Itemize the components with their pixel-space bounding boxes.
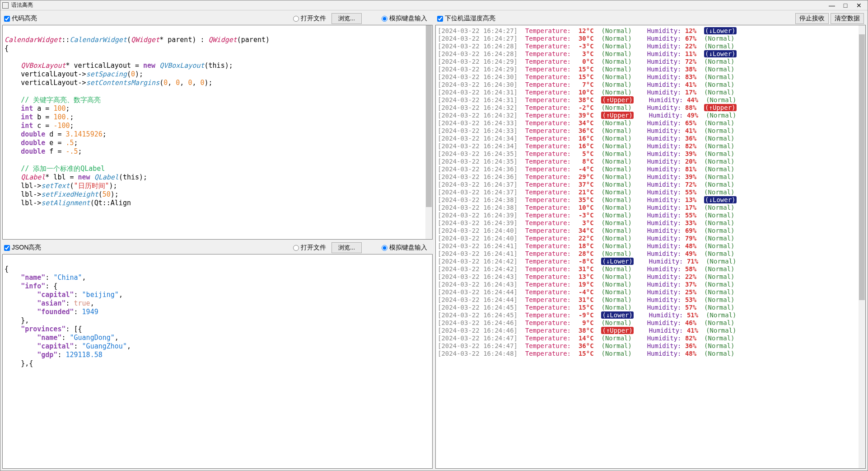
clear-data-button[interactable]: 清空数据 (831, 13, 864, 24)
json-simulate-radio[interactable]: 模拟键盘输入 (382, 244, 427, 252)
stop-receive-button[interactable]: 停止接收 (795, 13, 829, 24)
log-viewer[interactable]: [2024-03-22 16:24:27] Temperature: 12°C … (435, 25, 866, 469)
minimize-button[interactable]: — (825, 1, 839, 10)
log-scrollbar[interactable] (859, 25, 865, 468)
code-open-file-radio[interactable]: 打开文件 (293, 14, 326, 23)
titlebar: 语法高亮 — □ ✕ (0, 0, 868, 10)
main-window: 语法高亮 — □ ✕ 代码高亮 打开文件 浏览... 模拟键盘输入 (0, 0, 868, 471)
app-icon (2, 2, 9, 9)
code-panel-header: 代码高亮 打开文件 浏览... 模拟键盘输入 (2, 12, 433, 25)
log-highlight-checkbox[interactable]: 下位机温湿度高亮 (437, 14, 495, 23)
code-simulate-radio[interactable]: 模拟键盘输入 (382, 14, 427, 23)
json-editor[interactable]: { "name": "China", "info": { "capital": … (2, 254, 433, 469)
json-panel-header: JSON高亮 打开文件 浏览... 模拟键盘输入 (2, 241, 433, 254)
json-browse-button[interactable]: 浏览... (331, 242, 362, 253)
json-highlight-checkbox[interactable]: JSON高亮 (4, 244, 41, 252)
close-button[interactable]: ✕ (852, 1, 866, 10)
code-scrollbar[interactable] (425, 25, 432, 239)
maximize-button[interactable]: □ (839, 1, 852, 10)
code-browse-button[interactable]: 浏览... (331, 13, 362, 24)
log-panel-header: 下位机温湿度高亮 停止接收 清空数据 (435, 12, 866, 25)
code-highlight-checkbox[interactable]: 代码高亮 (4, 14, 37, 23)
window-title: 语法高亮 (11, 1, 825, 9)
json-open-file-radio[interactable]: 打开文件 (293, 244, 326, 252)
code-editor[interactable]: CalendarWidget::CalendarWidget(QWidget* … (2, 25, 433, 240)
